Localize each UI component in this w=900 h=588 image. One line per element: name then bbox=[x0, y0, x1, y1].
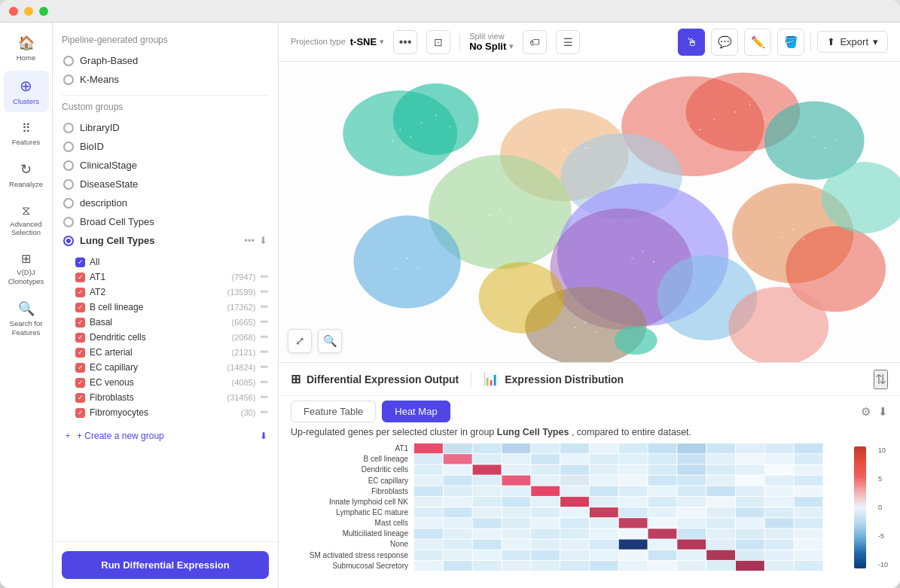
minimize-button[interactable] bbox=[24, 7, 33, 16]
export-button[interactable]: ⬆ Export ▾ bbox=[817, 31, 888, 53]
cell-item-ec-capillary[interactable]: ✓ EC capillary (14824) ••• bbox=[74, 360, 269, 375]
toolbar-more-btn[interactable]: ••• bbox=[393, 30, 417, 54]
nav-clusters[interactable]: ⊕ Clusters bbox=[4, 71, 49, 111]
toolbar-icon2-btn[interactable]: ⊡ bbox=[426, 30, 450, 54]
cell-all-checkbox[interactable]: ✓ bbox=[75, 257, 85, 267]
create-group-link[interactable]: ＋ + Create a new group ⬇ bbox=[62, 423, 269, 448]
svg-rect-166 bbox=[795, 518, 823, 528]
split-menu-btn[interactable]: ☰ bbox=[556, 30, 580, 54]
zoom-btn[interactable]: 🔍 bbox=[318, 329, 342, 353]
row-label-mast: Mast cells bbox=[291, 518, 408, 529]
maximize-button[interactable] bbox=[39, 7, 48, 16]
tab-feature-table[interactable]: Feature Table bbox=[291, 401, 376, 422]
fill-tool-btn[interactable]: 🪣 bbox=[777, 29, 804, 56]
lung-download-btn[interactable]: ⬇ bbox=[259, 235, 267, 246]
svg-rect-138 bbox=[795, 497, 823, 507]
cell-fibromyocytes-dots[interactable]: ••• bbox=[260, 407, 267, 418]
nav-features[interactable]: ⠿ Features bbox=[4, 115, 49, 152]
fullscreen-btn[interactable]: ⤢ bbox=[288, 329, 312, 353]
cell-ec-venous-dots[interactable]: ••• bbox=[260, 377, 267, 388]
svg-rect-186 bbox=[560, 540, 589, 550]
close-button[interactable] bbox=[9, 7, 18, 16]
reanalyze-icon: ↻ bbox=[20, 161, 32, 178]
radio-bioid[interactable]: BioID bbox=[62, 137, 269, 156]
cell-ec-capillary-dots[interactable]: ••• bbox=[260, 362, 267, 373]
cell-ec-arterial-checkbox[interactable]: ✓ bbox=[75, 348, 85, 358]
svg-rect-57 bbox=[473, 443, 502, 453]
radio-diseasestate-label: DiseaseState bbox=[80, 178, 138, 190]
run-button[interactable]: Run Differential Expression bbox=[62, 551, 269, 579]
panel-expand-btn[interactable]: ⇅ bbox=[874, 370, 888, 389]
svg-rect-85 bbox=[473, 465, 502, 474]
cell-item-dendritic[interactable]: ✓ Dendritic cells (2068) ••• bbox=[74, 330, 269, 345]
cell-at1-checkbox[interactable]: ✓ bbox=[75, 273, 85, 282]
lung-options-btn[interactable]: ••• bbox=[244, 235, 255, 246]
cell-item-at2[interactable]: ✓ AT2 (13599) ••• bbox=[74, 285, 269, 300]
cell-item-fibroblasts[interactable]: ✓ Fibroblasts (31456) ••• bbox=[74, 390, 269, 405]
sidebar-scroll[interactable]: Pipeline-generated groups Graph-Based K-… bbox=[53, 23, 278, 541]
radio-graph-based[interactable]: Graph-Based bbox=[62, 51, 269, 70]
row-label-bcell: B cell lineage bbox=[291, 454, 408, 465]
svg-rect-189 bbox=[648, 540, 676, 550]
cell-dendritic-checkbox[interactable]: ✓ bbox=[75, 333, 85, 343]
cell-at2-checkbox[interactable]: ✓ bbox=[75, 288, 85, 297]
radio-broad-cell-types[interactable]: Broad Cell Types bbox=[62, 212, 269, 231]
cell-bcell-checkbox[interactable]: ✓ bbox=[75, 303, 85, 312]
cell-item-basal[interactable]: ✓ Basal (6665) ••• bbox=[74, 315, 269, 330]
import-group-icon[interactable]: ⬇ bbox=[260, 431, 267, 441]
svg-rect-169 bbox=[473, 529, 502, 538]
svg-rect-144 bbox=[560, 507, 589, 517]
cell-fibroblasts-checkbox[interactable]: ✓ bbox=[75, 393, 85, 403]
radio-kmeans[interactable]: K-Means bbox=[62, 70, 269, 89]
scatter-plot[interactable]: ⤢ 🔍 bbox=[279, 62, 900, 362]
split-dropdown[interactable]: No Split ▾ bbox=[469, 41, 514, 52]
tab-heat-map[interactable]: Heat Map bbox=[382, 401, 450, 422]
cell-basal-dots[interactable]: ••• bbox=[260, 317, 267, 328]
cell-item-ec-arterial[interactable]: ✓ EC arterial (2121) ••• bbox=[74, 345, 269, 360]
svg-rect-149 bbox=[706, 507, 735, 517]
cell-ec-arterial-dots[interactable]: ••• bbox=[260, 347, 267, 358]
cell-basal-checkbox[interactable]: ✓ bbox=[75, 318, 85, 328]
nav-advanced-selection[interactable]: ⧖ Advanced Selection bbox=[4, 198, 49, 243]
radio-libraryid[interactable]: LibraryID bbox=[62, 118, 269, 137]
cell-item-ec-venous[interactable]: ✓ EC venous (4085) ••• bbox=[74, 375, 269, 390]
cell-fibromyocytes-checkbox[interactable]: ✓ bbox=[75, 408, 85, 418]
panel-download-btn[interactable]: ⬇ bbox=[878, 405, 888, 419]
cursor-tool-btn[interactable]: 🖱 bbox=[678, 29, 705, 56]
cell-item-at1[interactable]: ✓ AT1 (7947) ••• bbox=[74, 270, 269, 285]
draw-tool-btn[interactable]: ✏️ bbox=[744, 29, 771, 56]
svg-rect-80 bbox=[736, 454, 764, 464]
projection-dropdown[interactable]: t-SNE ▾ bbox=[350, 36, 384, 47]
comment-tool-btn[interactable]: 💬 bbox=[711, 29, 738, 56]
cell-bcell-dots[interactable]: ••• bbox=[260, 302, 267, 312]
cell-at2-dots[interactable]: ••• bbox=[260, 287, 267, 297]
cell-bcell-label: B cell lineage bbox=[90, 302, 222, 312]
svg-rect-201 bbox=[590, 550, 618, 560]
radio-lung-cell-types[interactable]: Lung Cell Types ••• ⬇ bbox=[62, 231, 269, 250]
cell-at1-dots[interactable]: ••• bbox=[260, 272, 267, 282]
cell-ec-venous-checkbox[interactable]: ✓ bbox=[75, 378, 85, 388]
panel-settings-btn[interactable]: ⚙ bbox=[861, 405, 871, 419]
svg-rect-124 bbox=[795, 486, 823, 496]
svg-point-37 bbox=[624, 172, 626, 173]
radio-diseasestate[interactable]: DiseaseState bbox=[62, 175, 269, 193]
svg-rect-58 bbox=[502, 443, 530, 453]
radio-description[interactable]: description bbox=[62, 193, 269, 212]
nav-reanalyze[interactable]: ↻ Reanalyze bbox=[4, 155, 49, 194]
svg-rect-164 bbox=[736, 518, 764, 528]
cell-ec-capillary-checkbox[interactable]: ✓ bbox=[75, 363, 85, 373]
cell-item-all[interactable]: ✓ All bbox=[74, 254, 269, 270]
cell-item-fibromyocytes[interactable]: ✓ Fibromyocytes (30) ••• bbox=[74, 405, 269, 420]
svg-rect-165 bbox=[765, 518, 794, 528]
radio-clinicalstage[interactable]: ClinicalStage bbox=[62, 156, 269, 175]
cell-item-bcell[interactable]: ✓ B cell lineage (17362) ••• bbox=[74, 300, 269, 315]
split-tag-btn[interactable]: 🏷 bbox=[523, 30, 547, 54]
cell-dendritic-dots[interactable]: ••• bbox=[260, 332, 267, 343]
cell-fibroblasts-dots[interactable]: ••• bbox=[260, 392, 267, 403]
nav-search[interactable]: 🔍 Search for Features bbox=[4, 294, 49, 343]
nav-home[interactable]: 🏠 Home bbox=[4, 29, 49, 68]
svg-rect-82 bbox=[795, 454, 823, 464]
svg-rect-185 bbox=[531, 540, 560, 550]
svg-rect-176 bbox=[677, 529, 706, 538]
nav-vdj[interactable]: ⊞ V(D)J Clonotypes bbox=[4, 245, 49, 291]
